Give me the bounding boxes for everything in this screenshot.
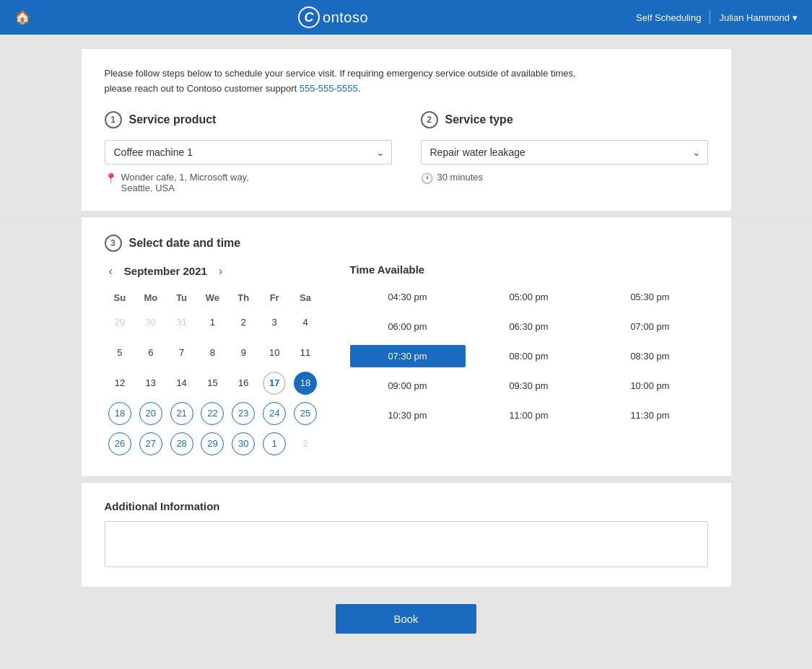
calendar-day-button[interactable]: 29 xyxy=(201,432,224,455)
time-slot-button[interactable]: 04:30 pm xyxy=(350,286,466,308)
phone-link[interactable]: 555-555-5555 xyxy=(300,83,358,94)
time-grid: 04:30 pm05:00 pm05:30 pm06:00 pm06:30 pm… xyxy=(350,286,708,427)
calendar-day-button[interactable]: 27 xyxy=(139,432,162,455)
service-product-select[interactable]: Coffee machine 1 Coffee machine 2 Coffee… xyxy=(105,140,392,165)
calendar-day-button[interactable]: 1 xyxy=(263,432,286,455)
calendar-day-button[interactable]: 15 xyxy=(201,372,224,395)
time-col: Time Available 04:30 pm05:00 pm05:30 pm0… xyxy=(350,263,708,459)
calendar-day-cell: 26 xyxy=(105,429,136,459)
calendar-day-cell: 20 xyxy=(135,398,166,429)
time-slot-button[interactable]: 05:00 pm xyxy=(471,286,587,308)
calendar-day-cell: 10 xyxy=(259,338,290,368)
calendar-day-button[interactable]: 13 xyxy=(139,372,162,395)
time-slot-button[interactable]: 09:30 pm xyxy=(471,375,587,397)
intro-text-line1: Please follow steps below to schedule yo… xyxy=(105,68,576,79)
calendar-card: 3 Select date and time ‹ September 2021 … xyxy=(82,217,731,476)
calendar-day-cell: 30 xyxy=(228,429,259,459)
calendar-day-button[interactable]: 6 xyxy=(139,341,162,364)
next-month-button[interactable]: › xyxy=(214,263,227,279)
calendar-day-button[interactable]: 14 xyxy=(170,372,193,395)
calendar-section: ‹ September 2021 › Su Mo Tu We Th Fr Sa xyxy=(105,263,708,459)
time-slot-button[interactable]: 11:00 pm xyxy=(471,404,587,427)
calendar-day-button[interactable]: 23 xyxy=(232,402,255,425)
calendar-day-button: 29 xyxy=(108,311,131,334)
step1-title: Service product xyxy=(129,113,217,126)
cal-header-tu: Tu xyxy=(166,288,197,307)
time-slot-button[interactable]: 10:30 pm xyxy=(350,404,466,427)
calendar-day-button: 31 xyxy=(170,311,193,334)
time-slot-button[interactable]: 08:30 pm xyxy=(593,345,708,367)
cal-header-fr: Fr xyxy=(259,288,290,307)
time-slot-button[interactable]: 07:00 pm xyxy=(593,315,708,338)
user-menu[interactable]: Julian Hammond ▾ xyxy=(719,12,798,23)
calendar-day-button[interactable]: 24 xyxy=(263,402,286,425)
duration-text: 30 minutes xyxy=(437,172,484,183)
time-slot-button[interactable]: 11:30 pm xyxy=(593,404,708,427)
calendar-day-cell: 30 xyxy=(135,307,166,338)
calendar-day-button[interactable]: 30 xyxy=(232,432,255,455)
calendar-day-button[interactable]: 20 xyxy=(139,402,162,425)
calendar-day-button[interactable]: 7 xyxy=(170,341,193,364)
calendar-day-cell: 18 xyxy=(105,398,136,429)
calendar-day-cell: 17 xyxy=(259,368,290,398)
calendar-day-button[interactable]: 8 xyxy=(201,341,224,364)
calendar-day-button[interactable]: 2 xyxy=(232,311,255,334)
calendar-grid: Su Mo Tu We Th Fr Sa 2930311234567891011… xyxy=(105,288,321,459)
time-slot-button[interactable]: 10:00 pm xyxy=(593,375,708,397)
calendar-day-button[interactable]: 4 xyxy=(294,311,317,334)
calendar-day-button[interactable]: 18 xyxy=(108,402,131,425)
self-scheduling-label: Self Scheduling xyxy=(636,12,701,23)
calendar-day-cell: 25 xyxy=(290,398,321,429)
additional-textarea[interactable] xyxy=(105,521,708,567)
calendar-day-cell: 5 xyxy=(105,338,136,368)
duration-info: 🕐 30 minutes xyxy=(421,172,708,184)
time-slot-button[interactable]: 06:00 pm xyxy=(350,315,466,338)
calendar-day-button[interactable]: 22 xyxy=(201,402,224,425)
calendar-day-button[interactable]: 26 xyxy=(108,432,131,455)
user-name: Julian Hammond xyxy=(719,12,790,23)
calendar-col: ‹ September 2021 › Su Mo Tu We Th Fr Sa xyxy=(105,263,321,459)
calendar-day-button[interactable]: 12 xyxy=(108,372,131,395)
book-section: Book xyxy=(0,593,812,651)
calendar-day-button[interactable]: 5 xyxy=(108,341,131,364)
step2-title: Service type xyxy=(445,113,513,126)
calendar-day-button[interactable]: 9 xyxy=(232,341,255,364)
calendar-day-button[interactable]: 1 xyxy=(201,311,224,334)
calendar-day-cell: 6 xyxy=(135,338,166,368)
service-type-select[interactable]: Repair water leakage Routine maintenance… xyxy=(421,140,708,165)
calendar-header-row: Su Mo Tu We Th Fr Sa xyxy=(105,288,321,307)
calendar-day-cell: 11 xyxy=(290,338,321,368)
home-icon[interactable]: 🏠 xyxy=(14,9,30,25)
time-slot-button[interactable]: 06:30 pm xyxy=(471,315,587,338)
logo-text: ontoso xyxy=(323,9,368,26)
time-slot-button[interactable]: 05:30 pm xyxy=(593,286,708,308)
calendar-day-button[interactable]: 21 xyxy=(170,402,193,425)
prev-month-button[interactable]: ‹ xyxy=(105,263,117,279)
main-content: Please follow steps below to schedule yo… xyxy=(0,35,812,669)
calendar-day-button[interactable]: 28 xyxy=(170,432,193,455)
service-form-row: 1 Service product Coffee machine 1 Coffe… xyxy=(105,111,708,193)
step1-header: 1 Service product xyxy=(105,111,392,128)
calendar-week-3: 18202122232425 xyxy=(105,398,321,429)
logo-circle: C xyxy=(298,6,320,28)
calendar-day-button[interactable]: 17 xyxy=(263,372,286,395)
calendar-day-button[interactable]: 3 xyxy=(263,311,286,334)
time-slot-button[interactable]: 09:00 pm xyxy=(350,375,466,397)
calendar-month: September 2021 xyxy=(124,265,207,277)
time-slot-button[interactable]: 08:00 pm xyxy=(471,345,587,367)
additional-card: Additional Information xyxy=(82,483,731,587)
calendar-day-button[interactable]: 11 xyxy=(294,341,317,364)
calendar-day-button: 2 xyxy=(294,432,317,455)
calendar-day-button[interactable]: 16 xyxy=(232,372,255,395)
calendar-day-button[interactable]: 10 xyxy=(263,341,286,364)
calendar-day-button[interactable]: 18 xyxy=(294,372,317,395)
calendar-day-cell: 29 xyxy=(105,307,136,338)
calendar-day-button: 30 xyxy=(139,311,162,334)
calendar-day-cell: 27 xyxy=(135,429,166,459)
calendar-day-button[interactable]: 25 xyxy=(294,402,317,425)
cal-header-we: We xyxy=(197,288,228,307)
time-slot-button[interactable]: 07:30 pm xyxy=(350,345,466,367)
book-button[interactable]: Book xyxy=(336,604,476,634)
calendar-day-cell: 4 xyxy=(290,307,321,338)
step3-circle: 3 xyxy=(105,235,122,252)
